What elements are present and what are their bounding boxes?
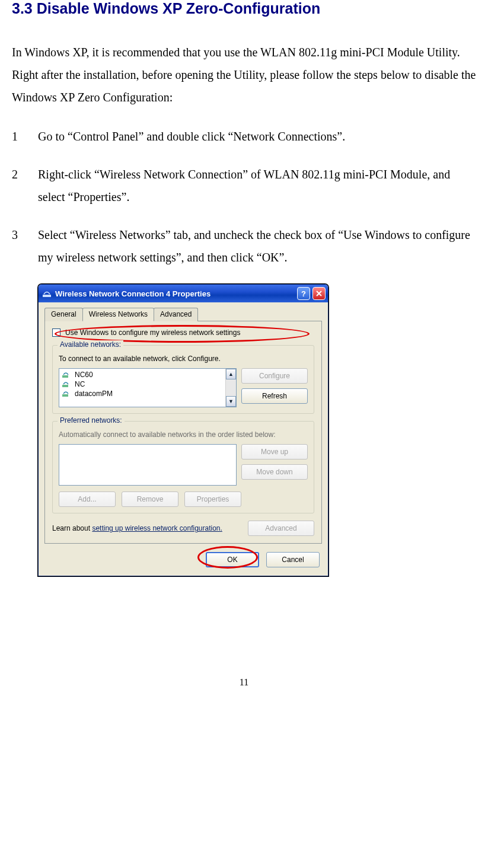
step-number: 2 bbox=[12, 163, 38, 208]
network-name: datacomPM bbox=[75, 390, 113, 398]
configure-button[interactable]: Configure bbox=[241, 368, 308, 384]
available-desc: To connect to an available network, clic… bbox=[59, 354, 308, 363]
step-number: 3 bbox=[12, 224, 38, 269]
use-windows-row: Use Windows to configure my wireless net… bbox=[52, 328, 314, 337]
move-up-button[interactable]: Move up bbox=[241, 444, 308, 459]
available-networks-group: Available networks: To connect to an ava… bbox=[52, 345, 314, 414]
intro-paragraph: In Windows XP, it is recommended that yo… bbox=[12, 41, 476, 108]
network-item[interactable]: datacomPM bbox=[59, 389, 236, 398]
wifi-icon bbox=[62, 371, 71, 378]
step-text: Select “Wireless Networks” tab, and unch… bbox=[38, 224, 476, 269]
section-heading: 3.3 Disable Windows XP Zero-Configuratio… bbox=[12, 0, 476, 17]
dialog-figure: Wireless Network Connection 4 Properties… bbox=[38, 284, 476, 576]
advanced-button[interactable]: Advanced bbox=[248, 521, 314, 536]
network-name: NC60 bbox=[75, 371, 93, 379]
svg-rect-1 bbox=[62, 375, 68, 378]
help-button[interactable]: ? bbox=[297, 287, 310, 300]
learn-link[interactable]: setting up wireless network configuratio… bbox=[92, 524, 222, 532]
svg-rect-2 bbox=[62, 385, 68, 387]
use-windows-label: Use Windows to configure my wireless net… bbox=[65, 328, 240, 337]
properties-button[interactable]: Properties bbox=[184, 492, 241, 507]
wireless-app-icon bbox=[42, 289, 52, 298]
tab-panel-wireless: Use Windows to configure my wireless net… bbox=[44, 321, 322, 544]
dialog-action-row: OK Cancel bbox=[39, 544, 328, 576]
network-name: NC bbox=[75, 380, 85, 388]
page-number: 11 bbox=[12, 677, 476, 688]
preferred-legend: Preferred networks: bbox=[58, 416, 125, 425]
svg-rect-3 bbox=[62, 394, 68, 397]
dialog-title: Wireless Network Connection 4 Properties bbox=[42, 289, 295, 298]
properties-dialog: Wireless Network Connection 4 Properties… bbox=[38, 284, 328, 576]
available-legend: Available networks: bbox=[58, 340, 123, 349]
close-button[interactable] bbox=[312, 287, 326, 300]
dialog-title-text: Wireless Network Connection 4 Properties bbox=[55, 289, 210, 298]
step-number: 1 bbox=[12, 125, 38, 148]
list-scrollbar[interactable]: ▲ ▼ bbox=[225, 369, 236, 407]
learn-pre: Learn about bbox=[52, 524, 92, 532]
step-text: Go to “Control Panel” and double click “… bbox=[38, 125, 476, 148]
step-item: 3 Select “Wireless Networks” tab, and un… bbox=[12, 224, 476, 269]
dialog-titlebar: Wireless Network Connection 4 Properties… bbox=[39, 285, 328, 302]
remove-button[interactable]: Remove bbox=[122, 492, 178, 507]
step-item: 2 Right-click “Wireless Network Connecti… bbox=[12, 163, 476, 208]
cancel-button[interactable]: Cancel bbox=[266, 552, 320, 567]
network-item[interactable]: NC60 bbox=[59, 370, 236, 379]
svg-rect-0 bbox=[43, 295, 51, 297]
preferred-desc: Automatically connect to available netwo… bbox=[59, 430, 308, 439]
tab-advanced[interactable]: Advanced bbox=[154, 308, 198, 321]
step-text: Right-click “Wireless Network Connection… bbox=[38, 163, 476, 208]
preferred-networks-group: Preferred networks: Automatically connec… bbox=[52, 421, 314, 513]
network-item[interactable]: NC bbox=[59, 379, 236, 389]
use-windows-checkbox[interactable] bbox=[52, 328, 60, 337]
wifi-icon bbox=[62, 381, 71, 388]
learn-about-text: Learn about setting up wireless network … bbox=[52, 524, 222, 532]
scroll-up-button[interactable]: ▲ bbox=[226, 369, 236, 379]
scroll-down-button[interactable]: ▼ bbox=[226, 396, 236, 407]
available-networks-list[interactable]: NC60 NC datacomPM ▲ bbox=[59, 368, 237, 407]
move-down-button[interactable]: Move down bbox=[241, 464, 308, 480]
add-button[interactable]: Add... bbox=[59, 492, 116, 507]
wifi-icon bbox=[62, 390, 71, 397]
preferred-networks-list[interactable] bbox=[59, 444, 237, 486]
step-item: 1 Go to “Control Panel” and double click… bbox=[12, 125, 476, 148]
ok-button[interactable]: OK bbox=[206, 552, 259, 567]
tab-wireless-networks[interactable]: Wireless Networks bbox=[82, 308, 154, 321]
learn-about-row: Learn about setting up wireless network … bbox=[52, 521, 314, 536]
refresh-button[interactable]: Refresh bbox=[241, 388, 308, 404]
tab-general[interactable]: General bbox=[44, 308, 83, 321]
tabs-row: General Wireless Networks Advanced bbox=[39, 302, 328, 321]
